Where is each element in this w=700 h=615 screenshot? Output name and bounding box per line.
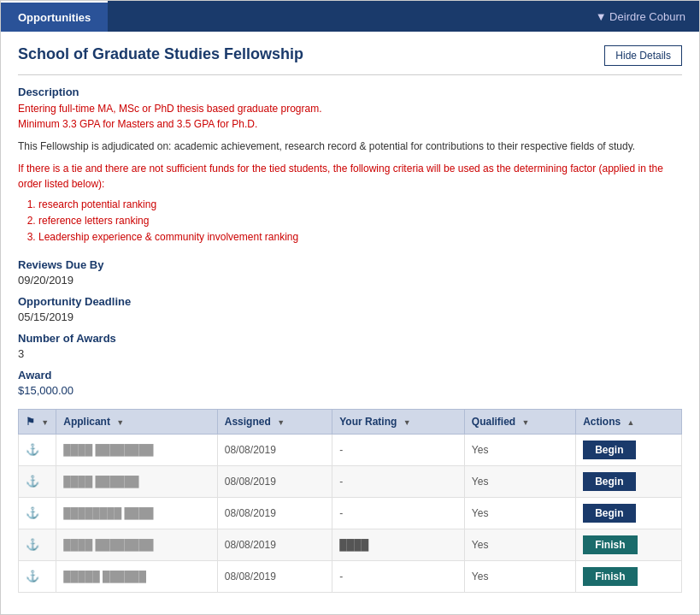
tie-text: If there is a tie and there are not suff… — [18, 161, 682, 192]
award-label: Award — [18, 369, 682, 381]
actions-sort-icon[interactable]: ▲ — [627, 418, 635, 427]
begin-button[interactable]: Begin — [583, 472, 635, 491]
action-cell: Begin — [576, 497, 682, 529]
actions-col-label: Actions — [583, 416, 621, 428]
qualified-cell: Yes — [464, 497, 575, 529]
opportunities-tab[interactable]: Opportunities — [1, 1, 108, 32]
opportunity-deadline-label: Opportunity Deadline — [18, 295, 682, 308]
col-bookmark[interactable]: ⚑ ▼ — [19, 409, 56, 434]
table-row: ⚓ ████ ██████ 08/08/2019 - Yes Begin — [19, 465, 682, 497]
app-wrapper: Opportunities ▼ Deirdre Coburn School of… — [0, 0, 700, 615]
bookmark-icon[interactable]: ⚓ — [26, 570, 39, 582]
criteria-item-2: reference letters ranking — [38, 213, 682, 229]
reviews-due-block: Reviews Due By 09/20/2019 — [18, 258, 682, 287]
applicant-sort-icon[interactable]: ▼ — [116, 418, 124, 427]
your-rating-cell: - — [332, 465, 465, 497]
your-rating-cell: - — [332, 560, 465, 592]
bookmark-sort-icon[interactable]: ▼ — [41, 418, 49, 427]
bookmark-cell: ⚓ — [19, 560, 56, 592]
desc-line1: Entering full-time MA, MSc or PhD thesis… — [18, 103, 322, 115]
applicant-name-cell: ████ ████████ — [56, 529, 218, 560]
assigned-cell: 08/08/2019 — [217, 434, 332, 465]
number-of-awards-value: 3 — [18, 347, 682, 360]
col-applicant[interactable]: Applicant ▼ — [56, 409, 218, 434]
top-nav: Opportunities ▼ Deirdre Coburn — [1, 1, 699, 32]
action-cell: Finish — [576, 529, 682, 560]
qualified-sort-icon[interactable]: ▼ — [522, 418, 530, 427]
applicant-name-cell: ████ ██████ — [56, 465, 218, 497]
qualified-cell: Yes — [464, 560, 575, 592]
table-row: ⚓ █████ ██████ 08/08/2019 - Yes Finish — [19, 560, 682, 592]
criteria-item-1: research potential ranking — [38, 197, 682, 213]
number-of-awards-label: Number of Awards — [18, 332, 682, 345]
bookmark-cell: ⚓ — [19, 529, 56, 560]
finish-button[interactable]: Finish — [583, 567, 637, 586]
bookmark-icon[interactable]: ⚓ — [26, 475, 39, 488]
page-title: School of Graduate Studies Fellowship — [18, 45, 303, 63]
award-value: $15,000.00 — [18, 384, 682, 397]
bookmark-header-icon: ⚑ — [26, 416, 35, 428]
assigned-cell: 08/08/2019 — [217, 560, 332, 592]
your-rating-col-label: Your Rating — [339, 416, 397, 428]
qualified-cell: Yes — [464, 465, 575, 497]
your-rating-cell: ████ — [332, 529, 465, 560]
desc-line2: Minimum 3.3 GPA for Masters and 3.5 GPA … — [18, 118, 257, 130]
bookmark-cell: ⚓ — [19, 465, 56, 497]
user-menu[interactable]: ▼ Deirdre Coburn — [582, 1, 699, 32]
col-qualified[interactable]: Qualified ▼ — [464, 409, 575, 434]
table-row: ⚓ ████ ████████ 08/08/2019 - Yes Begin — [19, 434, 682, 465]
assigned-cell: 08/08/2019 — [217, 529, 332, 560]
col-assigned[interactable]: Assigned ▼ — [217, 409, 332, 434]
title-divider — [18, 74, 682, 75]
criteria-list: research potential ranking reference let… — [38, 197, 682, 246]
bookmark-icon[interactable]: ⚓ — [26, 538, 39, 551]
hide-details-button[interactable]: Hide Details — [604, 45, 682, 66]
finish-button[interactable]: Finish — [583, 535, 637, 554]
description-red-text: Entering full-time MA, MSc or PhD thesis… — [18, 101, 682, 132]
applicant-name-cell: █████ ██████ — [56, 560, 218, 592]
begin-button[interactable]: Begin — [583, 504, 635, 523]
main-content: School of Graduate Studies Fellowship Hi… — [1, 32, 699, 614]
reviews-due-value: 09/20/2019 — [18, 274, 682, 287]
col-your-rating[interactable]: Your Rating ▼ — [332, 409, 465, 434]
assigned-cell: 08/08/2019 — [217, 465, 332, 497]
opportunity-deadline-value: 05/15/2019 — [18, 310, 682, 323]
bookmark-cell: ⚓ — [19, 497, 56, 529]
bookmark-cell: ⚓ — [19, 434, 56, 465]
bookmark-icon[interactable]: ⚓ — [26, 506, 39, 519]
description-label: Description — [18, 86, 682, 98]
your-rating-sort-icon[interactable]: ▼ — [403, 418, 411, 427]
title-row: School of Graduate Studies Fellowship Hi… — [18, 45, 682, 66]
applicant-col-label: Applicant — [63, 416, 110, 428]
description-block: Description Entering full-time MA, MSc o… — [18, 86, 682, 246]
table-header-row: ⚑ ▼ Applicant ▼ Assigned ▼ Your Rating ▼ — [19, 409, 682, 434]
table-row: ⚓ ████ ████████ 08/08/2019 ████ Yes Fini… — [19, 529, 682, 560]
table-header: ⚑ ▼ Applicant ▼ Assigned ▼ Your Rating ▼ — [19, 409, 682, 434]
number-of-awards-block: Number of Awards 3 — [18, 332, 682, 360]
qualified-col-label: Qualified — [472, 416, 515, 428]
col-actions[interactable]: Actions ▲ — [576, 409, 682, 434]
action-cell: Begin — [576, 434, 682, 465]
your-rating-cell: - — [332, 434, 465, 465]
bookmark-icon[interactable]: ⚓ — [26, 443, 39, 456]
reviews-due-label: Reviews Due By — [18, 258, 682, 271]
begin-button[interactable]: Begin — [583, 441, 635, 459]
action-cell: Begin — [576, 465, 682, 497]
qualified-cell: Yes — [464, 529, 575, 560]
qualified-cell: Yes — [464, 434, 575, 465]
assigned-col-label: Assigned — [225, 416, 271, 428]
table-row: ⚓ ████████ ████ 08/08/2019 - Yes Begin — [19, 497, 682, 529]
applicant-name-cell: ████████ ████ — [56, 497, 218, 529]
opportunity-deadline-block: Opportunity Deadline 05/15/2019 — [18, 295, 682, 323]
user-label: ▼ Deirdre Coburn — [596, 10, 685, 23]
opportunities-tab-label: Opportunities — [18, 11, 91, 24]
assigned-cell: 08/08/2019 — [217, 497, 332, 529]
criteria-item-3: Leadership experience & community involv… — [38, 229, 682, 245]
applicant-name-cell: ████ ████████ — [56, 434, 218, 465]
table-body: ⚓ ████ ████████ 08/08/2019 - Yes Begin ⚓… — [19, 434, 682, 592]
adjudication-text: This Fellowship is adjudicated on: acade… — [18, 139, 682, 154]
your-rating-cell: - — [332, 497, 465, 529]
award-block: Award $15,000.00 — [18, 369, 682, 397]
assigned-sort-icon[interactable]: ▼ — [277, 418, 285, 427]
action-cell: Finish — [576, 560, 682, 592]
